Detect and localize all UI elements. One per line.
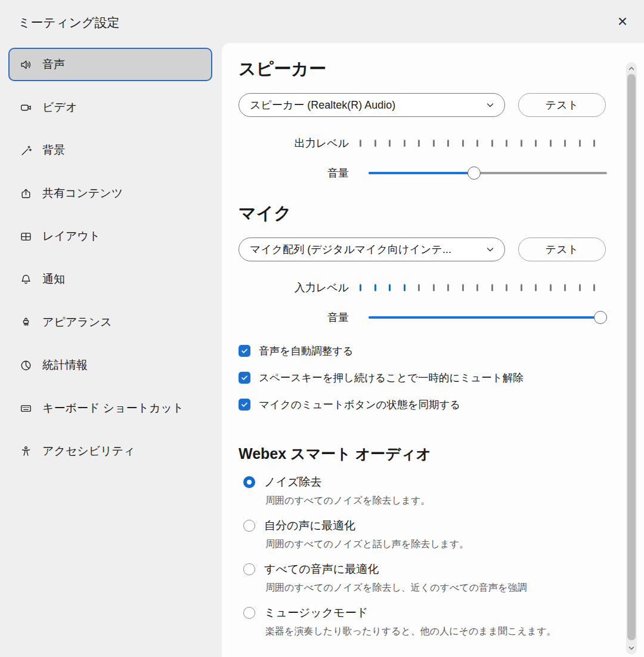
speaker-test-button[interactable]: テスト — [518, 93, 606, 117]
microphone-heading: マイク — [239, 202, 617, 226]
speaker-volume-label: 音量 — [239, 166, 349, 180]
chevron-down-icon — [485, 100, 495, 110]
checkbox-row[interactable]: マイクのミュートボタンの状態を同期する — [239, 397, 617, 412]
microphone-volume-thumb[interactable] — [594, 311, 607, 324]
settings-sidebar: 音声 ビデオ 背景 共有コンテンツ レイアウト — [0, 43, 222, 657]
radio-description: 周囲のすべてのノイズを除去し、近くのすべての音声を強調 — [265, 582, 617, 594]
sidebar-item-label: レイアウト — [42, 229, 100, 244]
microphone-volume-label: 音量 — [239, 310, 349, 325]
meeting-settings-dialog: ミーティング設定 × 音声 ビデオ 背景 共有コンテンツ — [0, 0, 644, 657]
sidebar-item[interactable]: 音声 — [8, 48, 212, 81]
sidebar-item-icon — [20, 230, 32, 243]
sidebar-item-label: 音声 — [42, 57, 65, 72]
sidebar-item[interactable]: レイアウト — [8, 220, 212, 253]
level-tick — [418, 284, 420, 291]
level-tick — [593, 284, 595, 291]
radio-row[interactable]: すべての音声に最適化 — [243, 562, 617, 577]
level-tick — [506, 284, 507, 291]
sidebar-item[interactable]: ビデオ — [8, 91, 212, 124]
sidebar-item-icon — [20, 445, 32, 458]
level-tick — [389, 140, 391, 147]
scrollbar-thumb[interactable] — [627, 74, 636, 640]
speaker-output-level-row: 出力レベル — [239, 136, 617, 150]
radio-label: すべての音声に最適化 — [264, 562, 379, 577]
level-tick — [506, 140, 507, 147]
level-tick — [433, 140, 435, 147]
level-tick — [374, 284, 376, 291]
radio-row[interactable]: ミュージックモード — [243, 605, 617, 621]
sidebar-item-label: アクセシビリティ — [42, 443, 135, 459]
level-tick — [447, 140, 449, 147]
level-tick — [360, 284, 361, 291]
level-tick — [404, 284, 405, 291]
sidebar-item[interactable]: アピアランス — [8, 306, 212, 339]
sidebar-item[interactable]: 共有コンテンツ — [8, 177, 212, 210]
slider-fill — [369, 316, 607, 319]
radio-label: ノイズ除去 — [264, 474, 321, 490]
level-tick — [404, 140, 405, 147]
sidebar-item-label: 共有コンテンツ — [42, 186, 123, 201]
speaker-volume-slider[interactable] — [369, 166, 607, 180]
level-tick — [579, 140, 581, 147]
sidebar-item[interactable]: 背景 — [8, 134, 212, 167]
level-tick — [564, 284, 566, 291]
checkbox-row[interactable]: 音声を自動調整する — [239, 344, 617, 358]
radio-description: 周囲のすべてのノイズを除去します。 — [265, 495, 617, 507]
speaker-device-value: スピーカー (Realtek(R) Audio) — [250, 98, 395, 112]
level-tick — [491, 284, 493, 291]
level-tick — [535, 140, 537, 147]
sidebar-item-icon — [20, 101, 32, 114]
speaker-device-row: スピーカー (Realtek(R) Audio) テスト — [239, 93, 617, 117]
radio-label: ミュージックモード — [264, 605, 368, 621]
sidebar-item-label: アピアランス — [42, 314, 112, 330]
level-tick — [476, 284, 478, 291]
checkbox-checked-icon — [239, 399, 250, 411]
sidebar-item-label: キーボード ショートカット — [42, 400, 184, 416]
speaker-device-select[interactable]: スピーカー (Realtek(R) Audio) — [239, 93, 505, 117]
level-tick — [462, 140, 464, 147]
sidebar-item[interactable]: キーボード ショートカット — [8, 391, 212, 425]
sidebar-item-icon — [20, 359, 32, 372]
microphone-volume-row: 音量 — [239, 310, 617, 325]
sidebar-item-label: 統計情報 — [42, 357, 88, 373]
microphone-volume-slider[interactable] — [369, 311, 607, 324]
scroll-down-icon[interactable] — [626, 643, 637, 653]
checkbox-row[interactable]: スペースキーを押し続けることで一時的にミュート解除 — [239, 371, 617, 385]
radio-button-icon — [243, 476, 255, 488]
radio-button-icon — [243, 607, 255, 619]
sidebar-item[interactable]: 通知 — [8, 263, 212, 296]
radio-row[interactable]: ノイズ除去 — [243, 474, 617, 490]
level-tick — [550, 284, 552, 291]
level-tick — [564, 140, 566, 147]
checkbox-checked-icon — [239, 345, 250, 357]
audio-options-checkboxes: 音声を自動調整する スペースキーを押し続けることで一時的にミュート解除 マイクの… — [239, 344, 617, 412]
checkbox-label: スペースキーを押し続けることで一時的にミュート解除 — [259, 371, 524, 385]
level-tick — [593, 140, 595, 147]
level-tick — [521, 284, 522, 291]
microphone-test-button[interactable]: テスト — [518, 237, 606, 261]
scrollbar[interactable] — [626, 62, 637, 655]
close-icon[interactable]: × — [611, 10, 634, 33]
level-tick — [418, 140, 420, 147]
checkbox-checked-icon — [239, 372, 250, 384]
microphone-input-level-row: 入力レベル — [239, 280, 617, 295]
sidebar-item-icon — [20, 58, 32, 71]
radio-label: 自分の声に最適化 — [264, 518, 355, 533]
radio-description: 楽器を演奏したり歌ったりすると、他の人にそのまま聞こえます。 — [265, 625, 617, 638]
chevron-down-icon — [485, 245, 495, 254]
level-tick — [389, 284, 391, 291]
microphone-device-select[interactable]: マイク配列 (デジタルマイク向けインテ... — [239, 237, 505, 261]
microphone-input-meter — [360, 284, 595, 291]
speaker-volume-thumb[interactable] — [467, 166, 481, 180]
level-tick — [521, 140, 522, 147]
dialog-title: ミーティング設定 — [18, 14, 119, 31]
sidebar-item[interactable]: アクセシビリティ — [8, 434, 212, 468]
sidebar-item-icon — [20, 144, 32, 157]
scroll-up-icon[interactable] — [626, 63, 637, 74]
speaker-output-meter — [360, 140, 595, 147]
sidebar-item[interactable]: 統計情報 — [8, 348, 212, 382]
level-tick — [579, 284, 581, 291]
slider-fill — [369, 172, 473, 174]
sidebar-item-icon — [20, 402, 32, 415]
radio-row[interactable]: 自分の声に最適化 — [243, 518, 617, 533]
